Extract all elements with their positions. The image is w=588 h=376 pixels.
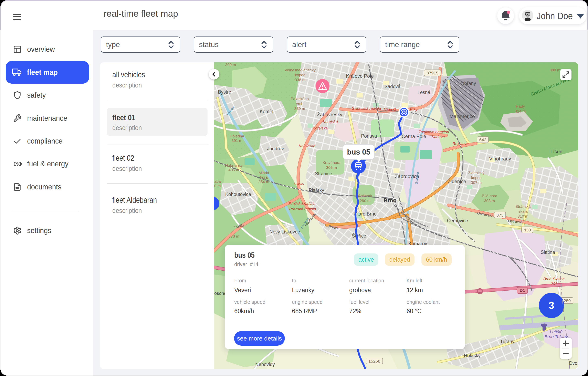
svg-text:391 m: 391 m bbox=[232, 138, 242, 143]
svg-text:vrch: vrch bbox=[296, 102, 303, 106]
svg-text:Tomkovo náměstí: Tomkovo náměstí bbox=[419, 130, 449, 134]
svg-text:37915: 37915 bbox=[427, 71, 438, 75]
svg-text:309 m: 309 m bbox=[225, 63, 236, 67]
svg-text:Špilberk: Špilberk bbox=[358, 194, 372, 198]
svg-text:Lesná: Lesná bbox=[418, 90, 430, 95]
svg-text:338 m: 338 m bbox=[295, 78, 306, 82]
svg-text:Palackého: Palackého bbox=[291, 97, 309, 101]
svg-text:aba: aba bbox=[214, 179, 221, 184]
svg-text:Židenice: Židenice bbox=[448, 179, 466, 184]
svg-text:Pisárky: Pisárky bbox=[309, 188, 324, 193]
svg-text:290 m: 290 m bbox=[360, 198, 371, 203]
svg-text:Třída G: Třída G bbox=[383, 107, 396, 112]
svg-text:Černovice: Černovice bbox=[447, 218, 468, 223]
svg-text:Holedná: Holedná bbox=[230, 134, 244, 138]
svg-text:Hády: Hády bbox=[516, 104, 525, 108]
svg-text:Pražská radiála: Pražská radiála bbox=[289, 201, 316, 206]
svg-text:Pražská radiála: Pražská radiála bbox=[289, 207, 316, 211]
svg-text:Letiště: Letiště bbox=[550, 329, 563, 334]
svg-text:Tuřany: Tuřany bbox=[500, 339, 514, 344]
svg-text:Holásky: Holásky bbox=[464, 353, 481, 358]
svg-text:Maloměřice: Maloměřice bbox=[450, 114, 475, 119]
svg-text:Korejská: Korejská bbox=[313, 126, 328, 130]
svg-text:Ponava: Ponava bbox=[361, 133, 377, 139]
svg-text:201: 201 bbox=[550, 282, 557, 286]
svg-text:Vinohrady: Vinohrady bbox=[489, 156, 511, 161]
svg-text:378 m: 378 m bbox=[229, 234, 239, 238]
svg-text:373: 373 bbox=[496, 213, 503, 217]
svg-text:Kohoutovice: Kohoutovice bbox=[225, 192, 251, 197]
svg-text:Velký medlánecký: Velký medlánecký bbox=[285, 68, 316, 72]
svg-text:D1: D1 bbox=[520, 288, 525, 292]
svg-text:Židenický: Židenický bbox=[468, 171, 485, 175]
svg-text:kopec: kopec bbox=[471, 176, 482, 180]
svg-text:Nebovidy: Nebovidy bbox=[255, 362, 275, 367]
svg-text:Píky: Píky bbox=[410, 107, 418, 112]
svg-text:Hobrtenky: Hobrtenky bbox=[225, 163, 243, 167]
svg-text:Slatina: Slatina bbox=[541, 250, 555, 255]
svg-text:Brno: Brno bbox=[384, 197, 397, 203]
svg-text:hora: hora bbox=[260, 175, 268, 179]
svg-text:Hlinky: Hlinky bbox=[294, 182, 304, 186]
svg-text:642: 642 bbox=[479, 137, 486, 142]
svg-text:Brno-Slatina: Brno-Slatina bbox=[543, 277, 565, 281]
svg-text:405 m: 405 m bbox=[229, 168, 239, 172]
svg-text:Sadová: Sadová bbox=[385, 84, 400, 89]
svg-text:Kniničská: Kniničská bbox=[299, 144, 315, 148]
svg-text:15268: 15268 bbox=[368, 359, 380, 363]
svg-text:Obřany: Obřany bbox=[461, 81, 476, 86]
svg-text:310 m: 310 m bbox=[518, 214, 528, 218]
svg-text:Staré Brno: Staré Brno bbox=[354, 211, 377, 217]
svg-text:Korejská: Korejská bbox=[323, 119, 338, 124]
svg-text:Žabovřesky: Žabovřesky bbox=[317, 112, 342, 117]
svg-text:380 m: 380 m bbox=[550, 68, 560, 72]
svg-text:bus 05: bus 05 bbox=[347, 148, 370, 156]
svg-text:Stránice: Stránice bbox=[315, 171, 332, 176]
svg-text:430: 430 bbox=[524, 228, 531, 232]
svg-text:0 m: 0 m bbox=[214, 184, 221, 188]
svg-text:354 m: 354 m bbox=[259, 180, 269, 184]
svg-text:Rokytova: Rokytova bbox=[452, 142, 469, 146]
svg-text:Bílá hora: Bílá hora bbox=[482, 194, 497, 198]
svg-text:Komín: Komín bbox=[260, 109, 273, 114]
svg-text:Kraví hora: Kraví hora bbox=[323, 160, 340, 165]
svg-text:Černá Pole: Černá Pole bbox=[402, 134, 426, 139]
svg-text:Dvors: Dvors bbox=[569, 361, 578, 366]
svg-text:303 m: 303 m bbox=[484, 198, 495, 203]
svg-text:3: 3 bbox=[549, 300, 554, 311]
svg-text:Svitavská radiála: Svitavská radiála bbox=[352, 106, 381, 111]
svg-text:Stránská: Stránská bbox=[515, 204, 531, 209]
svg-text:424 m: 424 m bbox=[515, 109, 526, 113]
svg-text:307 m: 307 m bbox=[471, 180, 482, 185]
svg-text:Mladá: Mladá bbox=[259, 171, 269, 175]
svg-text:Líšeň: Líšeň bbox=[550, 149, 563, 154]
svg-text:kopec: kopec bbox=[295, 73, 305, 77]
svg-text:305 m: 305 m bbox=[326, 165, 337, 170]
svg-text:Štýřice: Štýřice bbox=[352, 233, 366, 239]
svg-text:Nový Lískovec: Nový Lískovec bbox=[269, 229, 300, 234]
svg-text:339 m: 339 m bbox=[294, 106, 305, 111]
svg-text:osono: osono bbox=[214, 291, 227, 296]
svg-text:Karlova: Karlova bbox=[432, 135, 445, 139]
svg-text:Královo Pole: Královo Pole bbox=[346, 73, 374, 79]
svg-text:skála: skála bbox=[518, 209, 528, 213]
svg-text:Jundrov: Jundrov bbox=[267, 146, 284, 151]
svg-text:Bystrc: Bystrc bbox=[218, 89, 231, 95]
